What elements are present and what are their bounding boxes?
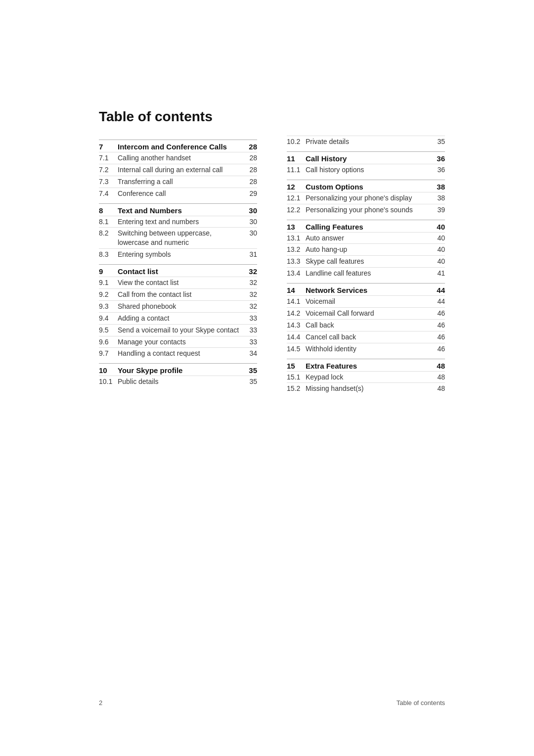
item-title: Switching between uppercase, lowercase a… xyxy=(118,229,243,247)
item-page: 33 xyxy=(243,326,257,334)
list-item: 14.3 Call back 46 xyxy=(287,319,445,331)
toc-section: 14 Network Services 44 14.1 Voicemail 44… xyxy=(287,283,445,354)
item-num: 9.1 xyxy=(99,279,118,286)
list-item: 9.4 Adding a contact 33 xyxy=(99,312,257,324)
list-item: 13.2 Auto hang-up 40 xyxy=(287,243,445,255)
item-page: 40 xyxy=(431,234,445,242)
toc-section: 15 Extra Features 48 15.1 Keypad lock 48… xyxy=(287,359,445,395)
item-page: 40 xyxy=(431,245,445,253)
item-title: Keypad lock xyxy=(306,373,431,382)
section-page: 40 xyxy=(431,223,445,231)
item-title: Calling another handset xyxy=(118,153,243,163)
item-num: 12.1 xyxy=(287,194,306,202)
list-item: 12.1 Personalizing your phone's display … xyxy=(287,192,445,204)
toc-left-column: 7 Intercom and Conference Calls 28 7.1 C… xyxy=(99,136,257,389)
item-title: Private details xyxy=(306,137,431,146)
section-page: 44 xyxy=(431,286,445,294)
item-num: 14.1 xyxy=(287,297,306,305)
item-page: 30 xyxy=(243,218,257,226)
item-num: 7.2 xyxy=(99,166,118,174)
item-num: 9.4 xyxy=(99,314,118,322)
item-page: 38 xyxy=(431,194,445,202)
item-page: 33 xyxy=(243,314,257,322)
item-num: 9.2 xyxy=(99,290,118,298)
section-title: Call History xyxy=(306,154,431,163)
item-title: Skype call features xyxy=(306,257,431,266)
item-page: 33 xyxy=(243,338,257,346)
list-item: 11.1 Call history options 36 xyxy=(287,164,445,176)
section-num: 8 xyxy=(99,206,118,215)
item-page: 41 xyxy=(431,269,445,277)
item-num: 7.4 xyxy=(99,189,118,197)
item-num: 10.2 xyxy=(287,138,306,145)
item-title: Transferring a call xyxy=(118,177,243,187)
toc-container: 7 Intercom and Conference Calls 28 7.1 C… xyxy=(99,136,445,396)
section-page: 36 xyxy=(431,154,445,163)
item-page: 28 xyxy=(243,154,257,162)
item-page: 46 xyxy=(431,333,445,341)
list-item: 10.2 Private details 35 xyxy=(287,136,445,147)
item-title: Auto hang-up xyxy=(306,245,431,254)
toc-section: 7 Intercom and Conference Calls 28 7.1 C… xyxy=(99,140,257,199)
section-page: 28 xyxy=(243,142,257,151)
section-num: 15 xyxy=(287,362,306,370)
list-item: 10.1 Public details 35 xyxy=(99,376,257,387)
item-num: 9.6 xyxy=(99,338,118,346)
section-title: Calling Features xyxy=(306,223,431,231)
toc-section: 12 Custom Options 38 12.1 Personalizing … xyxy=(287,180,445,216)
item-title: Conference call xyxy=(118,189,243,198)
section-page: 30 xyxy=(243,206,257,215)
toc-section: 13 Calling Features 40 13.1 Auto answer … xyxy=(287,220,445,280)
toc-section: 9 Contact list 32 9.1 View the contact l… xyxy=(99,264,257,359)
section-num: 14 xyxy=(287,286,306,294)
footer-label: Table of contents xyxy=(397,699,445,707)
section-header: 12 Custom Options 38 xyxy=(287,180,445,191)
item-num: 8.3 xyxy=(99,250,118,258)
item-page: 44 xyxy=(431,297,445,305)
item-num: 13.2 xyxy=(287,245,306,253)
section-num: 10 xyxy=(99,366,118,375)
item-title: Withhold identity xyxy=(306,344,431,354)
section-page: 35 xyxy=(243,366,257,375)
list-item: 14.1 Voicemail 44 xyxy=(287,295,445,307)
section-title: Your Skype profile xyxy=(118,366,243,375)
section-header: 15 Extra Features 48 xyxy=(287,359,445,370)
item-num: 12.2 xyxy=(287,206,306,214)
section-page: 48 xyxy=(431,362,445,370)
item-page: 28 xyxy=(243,178,257,186)
item-page: 46 xyxy=(431,321,445,329)
item-num: 14.4 xyxy=(287,333,306,341)
item-num: 8.1 xyxy=(99,218,118,226)
list-item: 7.4 Conference call 29 xyxy=(99,188,257,199)
item-title: View the contact list xyxy=(118,278,243,287)
toc-section: 11 Call History 36 11.1 Call history opt… xyxy=(287,151,445,176)
section-title: Contact list xyxy=(118,267,243,276)
item-page: 32 xyxy=(243,302,257,310)
item-title: Shared phonebook xyxy=(118,302,243,311)
item-num: 9.5 xyxy=(99,326,118,334)
item-page: 29 xyxy=(243,189,257,197)
toc-title: Table of contents xyxy=(99,109,445,125)
list-item: 13.3 Skype call features 40 xyxy=(287,255,445,267)
toc-section: 10 Your Skype profile 35 10.1 Public det… xyxy=(99,363,257,387)
item-title: Voicemail xyxy=(306,297,431,306)
list-item: 15.2 Missing handset(s) 48 xyxy=(287,382,445,394)
toc-right-column: 10.2 Private details 35 11 Call History … xyxy=(287,136,445,396)
item-title: Call back xyxy=(306,321,431,330)
section-page: 38 xyxy=(431,183,445,191)
item-page: 30 xyxy=(243,229,257,237)
item-num: 13.1 xyxy=(287,234,306,242)
item-num: 7.1 xyxy=(99,154,118,162)
item-num: 15.2 xyxy=(287,384,306,392)
section-header: 8 Text and Numbers 30 xyxy=(99,203,257,215)
section-header: 7 Intercom and Conference Calls 28 xyxy=(99,140,257,151)
item-title: Personalizing your phone's sounds xyxy=(306,205,431,215)
item-title: Missing handset(s) xyxy=(306,384,431,393)
list-item: 13.1 Auto answer 40 xyxy=(287,232,445,244)
item-title: Voicemail Call forward xyxy=(306,309,431,318)
item-num: 8.2 xyxy=(99,229,118,237)
section-title: Network Services xyxy=(306,286,431,294)
item-page: 34 xyxy=(243,349,257,357)
item-num: 14.5 xyxy=(287,345,306,353)
list-item: 9.6 Manage your contacts 33 xyxy=(99,336,257,348)
